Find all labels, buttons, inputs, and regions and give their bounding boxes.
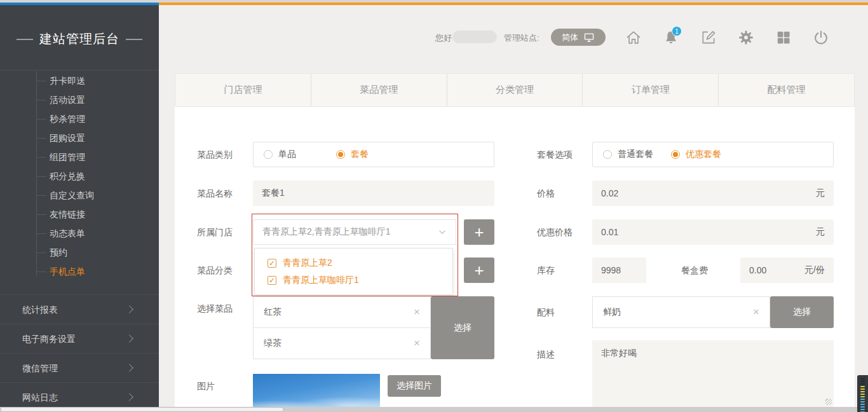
sidebar-item-friend-links[interactable]: 友情链接 [36, 205, 94, 224]
store-select[interactable]: 青青原上草2,青青原上草咖啡厅1 [253, 219, 456, 245]
price-input[interactable]: 0.02 元 [592, 181, 834, 206]
boxfee-value: 0.00 [749, 265, 766, 275]
stock-input[interactable]: 9998 [592, 258, 646, 283]
remove-dish-icon[interactable]: × [414, 337, 420, 350]
select-dishes-button[interactable]: 选择 [431, 296, 494, 359]
sidebar-item-group-management[interactable]: 组团管理 [36, 148, 94, 167]
radio-circle-icon [671, 150, 680, 159]
store-select-value: 青青原上草2,青青原上草咖啡厅1 [262, 226, 390, 238]
app-window: 建站管理后台 升卡即送 活动设置 秒杀管理 团购设置 组团管理 积分兑换 自定义… [0, 0, 868, 412]
dish-image-thumbnail [253, 374, 380, 412]
radio-circle-icon [603, 150, 612, 159]
username-redacted [452, 31, 497, 43]
chevron-right-icon [125, 364, 133, 372]
tab-order-management[interactable]: 订单管理 [583, 74, 719, 106]
sidebar-section-ecommerce[interactable]: 电子商务设置 [0, 324, 159, 353]
section-label: 网站日志 [22, 392, 58, 402]
sidebar-item-custom-query[interactable]: 自定义查询 [36, 186, 94, 205]
dish-name-value: 套餐1 [262, 188, 285, 199]
store-option-label: 青青原上草咖啡厅1 [283, 275, 359, 286]
checkbox-checked-icon[interactable]: ✓ [268, 276, 276, 285]
checkbox-checked-icon[interactable]: ✓ [268, 259, 276, 268]
remove-ingredient-icon[interactable]: × [753, 306, 759, 319]
selected-dish-row-1[interactable]: 红茶 × [253, 296, 431, 328]
greeting-text: 您好 [435, 32, 452, 44]
radio-normal-combo[interactable]: 普通套餐 [603, 149, 653, 160]
radio-label: 普通套餐 [618, 149, 653, 160]
button-label: 选择 [793, 306, 811, 318]
button-label: 选择 [454, 322, 471, 334]
tab-category-management[interactable]: 分类管理 [447, 74, 583, 106]
monitor-icon [583, 32, 595, 43]
boxfee-unit: 元/份 [804, 264, 825, 276]
sidebar-section-wechat[interactable]: 微信管理 [0, 353, 159, 382]
language-switch-button[interactable]: 简体 [551, 29, 606, 46]
apps-grid-icon[interactable] [775, 29, 792, 46]
image-label: 图片 [197, 380, 215, 392]
combo-option-label: 套餐选项 [537, 148, 573, 161]
stock-value: 9998 [601, 265, 621, 275]
home-icon[interactable] [625, 29, 642, 46]
language-label: 简体 [562, 32, 578, 43]
sidebar-menu: 升卡即送 活动设置 秒杀管理 团购设置 组团管理 积分兑换 自定义查询 友情链接… [36, 71, 94, 281]
sidebar-item-mobile-ordering[interactable]: 手机点单 [36, 262, 94, 281]
store-option-label: 青青原上草2 [283, 258, 332, 269]
radio-circle-icon [264, 150, 273, 159]
tab-ingredient-management[interactable]: 配料管理 [719, 74, 854, 106]
sidebar-item-activity-settings[interactable]: 活动设置 [36, 90, 94, 109]
section-label: 微信管理 [22, 363, 58, 373]
power-icon[interactable] [813, 29, 829, 46]
chevron-down-icon [438, 228, 447, 237]
plus-icon: + [474, 262, 484, 278]
select-ingredient-button[interactable]: 选择 [770, 296, 834, 328]
add-classify-button[interactable]: + [464, 258, 494, 283]
dish-name-input[interactable]: 套餐1 [253, 181, 494, 206]
selected-dish-row-2[interactable]: 绿茶 × [253, 327, 431, 359]
store-option-1[interactable]: ✓ 青青原上草2 [255, 254, 452, 271]
sidebar-section-site-log[interactable]: 网站日志 [0, 382, 159, 407]
dish-item-name: 红茶 [264, 306, 281, 318]
add-store-button[interactable]: + [464, 219, 494, 245]
radio-single-item[interactable]: 单品 [264, 149, 296, 160]
description-textarea[interactable]: 非常好喝 [592, 340, 834, 407]
tab-store-management[interactable]: 门店管理 [175, 74, 311, 106]
dish-category-radio-group: 单品 套餐 [253, 142, 494, 167]
discount-price-label: 优惠价格 [537, 226, 573, 238]
sidebar-item-seckill-management[interactable]: 秒杀管理 [36, 109, 94, 128]
sidebar-section-statistics[interactable]: 统计报表 [0, 294, 159, 324]
stock-label: 库存 [537, 264, 555, 277]
radio-combo[interactable]: 套餐 [336, 149, 369, 160]
edit-icon[interactable] [700, 29, 717, 46]
boxfee-input[interactable]: 0.00 元/份 [740, 258, 834, 283]
price-label: 价格 [537, 187, 555, 200]
tab-dish-management[interactable]: 菜品管理 [311, 74, 447, 106]
radio-label: 单品 [278, 149, 296, 160]
sidebar-item-reservation[interactable]: 预约 [36, 243, 94, 262]
app-title: 建站管理后台 [0, 31, 159, 48]
ingredient-value: 鲜奶 [603, 306, 621, 318]
sidebar: 建站管理后台 升卡即送 活动设置 秒杀管理 团购设置 组团管理 积分兑换 自定义… [0, 5, 159, 407]
select-image-button[interactable]: 选择图片 [388, 375, 441, 397]
plus-icon: + [474, 224, 484, 240]
resize-handle[interactable] [825, 399, 832, 405]
store-option-2[interactable]: ✓ 青青原上草咖啡厅1 [255, 271, 452, 289]
dish-item-name: 绿茶 [264, 338, 281, 349]
sidebar-item-points-exchange[interactable]: 积分兑换 [36, 167, 94, 186]
gear-icon[interactable] [738, 29, 754, 46]
discount-price-unit: 元 [816, 226, 825, 238]
sidebar-item-dynamic-forms[interactable]: 动态表单 [36, 224, 94, 243]
dish-name-label: 菜品名称 [197, 187, 233, 200]
store-label: 所属门店 [197, 226, 233, 238]
ingredient-input[interactable]: 鲜奶 × [592, 296, 770, 328]
sidebar-item-upgrade-card-gift[interactable]: 升卡即送 [36, 71, 94, 90]
description-label: 描述 [537, 348, 555, 360]
chevron-right-icon [125, 334, 133, 343]
horizontal-scrollbar-thumb[interactable] [0, 407, 284, 412]
sidebar-item-groupbuy-settings[interactable]: 团购设置 [36, 128, 94, 148]
radio-discount-combo[interactable]: 优惠套餐 [671, 149, 721, 160]
chevron-right-icon [125, 393, 133, 401]
corner-scroll-widget[interactable] [857, 375, 868, 412]
discount-price-input[interactable]: 0.01 元 [592, 219, 834, 245]
section-label: 统计报表 [22, 305, 58, 315]
remove-dish-icon[interactable]: × [414, 306, 420, 319]
